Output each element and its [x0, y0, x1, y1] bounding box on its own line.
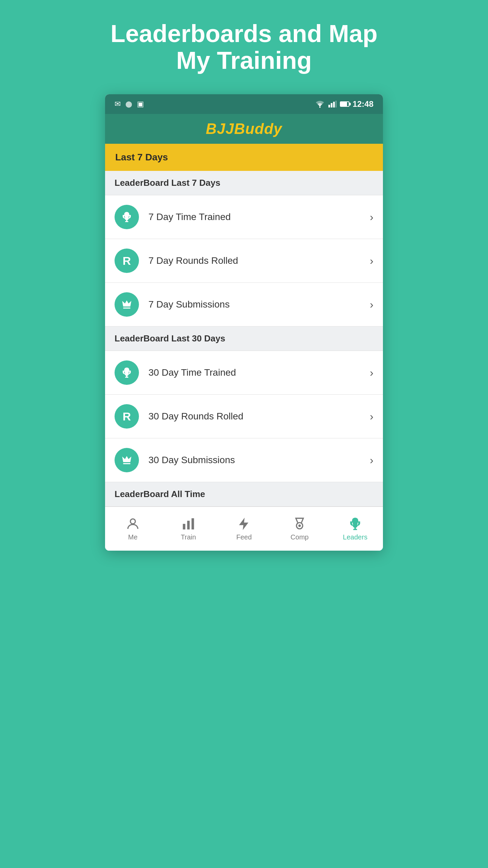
rounds-letter: R: [123, 254, 131, 268]
item-label-7-submissions: 7 Day Submissions: [148, 299, 370, 310]
filter-bar[interactable]: Last 7 Days: [105, 144, 383, 171]
bar-chart-icon: [181, 516, 196, 531]
crown-svg-30: [121, 454, 133, 466]
svg-rect-3: [333, 102, 335, 107]
wifi-icon: [315, 100, 325, 108]
svg-rect-6: [183, 524, 185, 530]
svg-point-0: [319, 106, 321, 108]
nav-label-leaders: Leaders: [343, 533, 367, 541]
content-area: LeaderBoard Last 7 Days 7 Day Time Train…: [105, 171, 383, 507]
nav-item-me[interactable]: Me: [105, 507, 161, 551]
nav-item-feed[interactable]: Feed: [216, 507, 272, 551]
list-item-7-time[interactable]: 7 Day Time Trained ›: [105, 195, 383, 239]
page-title: Leaderboards and Map My Training: [90, 20, 398, 74]
item-label-30-time: 30 Day Time Trained: [148, 367, 370, 378]
list-item-7-submissions[interactable]: 7 Day Submissions ›: [105, 283, 383, 327]
bottom-nav: Me Train Feed Comp: [105, 507, 383, 551]
rounds-icon-30-rounds: R: [115, 404, 139, 429]
medal-icon: [292, 516, 307, 531]
app-logo: BJJBuddy: [206, 120, 282, 137]
phone-frame: ✉ ⬤ ▣ 12:48: [105, 94, 383, 551]
rounds-icon-7-rounds: R: [115, 249, 139, 273]
svg-rect-8: [191, 518, 194, 530]
section-header-alltime: LeaderBoard All Time: [105, 482, 383, 507]
nav-label-feed: Feed: [236, 533, 252, 541]
item-label-30-submissions: 30 Day Submissions: [148, 455, 370, 466]
item-label-30-rounds: 30 Day Rounds Rolled: [148, 411, 370, 422]
status-bar: ✉ ⬤ ▣ 12:48: [105, 94, 383, 114]
nav-item-comp[interactable]: Comp: [272, 507, 327, 551]
svg-point-5: [130, 519, 136, 524]
svg-rect-4: [336, 101, 337, 107]
status-time: 12:48: [353, 99, 373, 109]
filter-bar-label: Last 7 Days: [115, 152, 168, 162]
chevron-7-submissions: ›: [370, 298, 373, 311]
chevron-7-time: ›: [370, 211, 373, 223]
crown-svg-7: [121, 298, 133, 311]
battery-icon: [340, 101, 349, 107]
circle-icon: ⬤: [125, 100, 132, 108]
status-left-icons: ✉ ⬤ ▣: [115, 100, 144, 108]
trophy-icon-7-time: [115, 205, 139, 229]
svg-point-10: [298, 525, 301, 527]
person-icon: [125, 516, 140, 531]
svg-rect-7: [187, 521, 189, 530]
list-item-30-rounds[interactable]: R 30 Day Rounds Rolled ›: [105, 395, 383, 438]
list-item-30-submissions[interactable]: 30 Day Submissions ›: [105, 438, 383, 482]
item-label-7-rounds: 7 Day Rounds Rolled: [148, 255, 370, 266]
trophy-svg-30: [121, 367, 133, 379]
nav-label-me: Me: [128, 533, 138, 541]
nav-item-train[interactable]: Train: [161, 507, 216, 551]
signal-icon: [328, 101, 337, 107]
item-label-7-time: 7 Day Time Trained: [148, 212, 370, 222]
chevron-30-time: ›: [370, 367, 373, 379]
doc-icon: ▣: [137, 100, 144, 108]
chevron-30-rounds: ›: [370, 410, 373, 423]
trophy-nav-icon: [348, 516, 363, 531]
nav-label-train: Train: [181, 533, 196, 541]
nav-item-leaders[interactable]: Leaders: [327, 507, 383, 551]
crown-icon-7-submissions: [115, 292, 139, 317]
list-item-30-time[interactable]: 30 Day Time Trained ›: [105, 351, 383, 395]
trophy-icon-30-time: [115, 360, 139, 385]
lightning-icon: [237, 516, 251, 531]
section-header-30days: LeaderBoard Last 30 Days: [105, 327, 383, 351]
crown-icon-30-submissions: [115, 448, 139, 472]
chevron-30-submissions: ›: [370, 454, 373, 467]
svg-rect-2: [331, 103, 332, 107]
section-header-7days: LeaderBoard Last 7 Days: [105, 171, 383, 195]
mail-icon: ✉: [115, 100, 121, 108]
app-header: BJJBuddy: [105, 114, 383, 144]
rounds-letter-30: R: [123, 410, 131, 423]
trophy-svg: [121, 211, 133, 223]
nav-label-comp: Comp: [290, 533, 308, 541]
chevron-7-rounds: ›: [370, 255, 373, 267]
status-right-icons: 12:48: [315, 99, 373, 109]
svg-rect-1: [328, 105, 330, 107]
list-item-7-rounds[interactable]: R 7 Day Rounds Rolled ›: [105, 239, 383, 283]
